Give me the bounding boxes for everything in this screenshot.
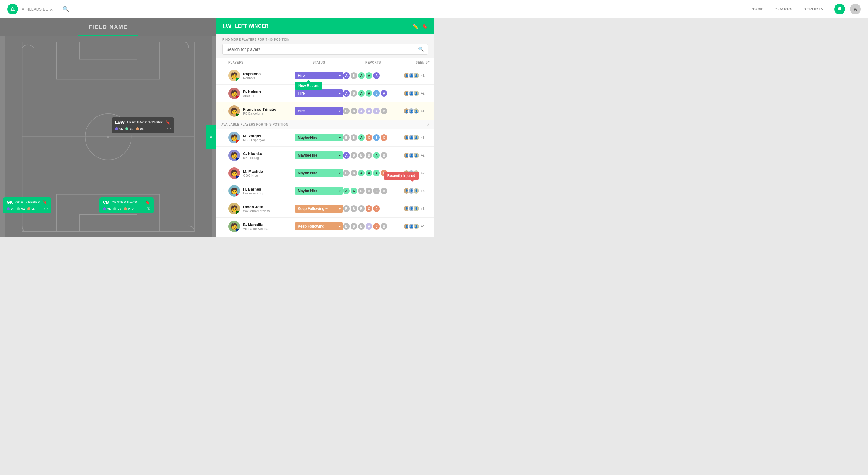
report-badge[interactable]: A [373,72,380,79]
drag-handle[interactable]: ⠿ [221,206,228,211]
report-badge[interactable]: A [358,170,365,176]
report-badge[interactable]: A [358,90,365,97]
report-badge[interactable]: B [350,72,357,79]
drag-handle[interactable]: ⠿ [221,153,228,158]
seen-avatar: 👤 [413,90,420,97]
report-badge[interactable]: C [373,223,380,230]
drag-handle[interactable]: ⠿ [221,189,228,193]
report-badge[interactable]: A [366,108,372,114]
report-badge[interactable]: B [350,170,357,176]
report-badge[interactable]: B [358,223,365,230]
report-badge[interactable]: A [343,72,350,79]
section-collapse-icon[interactable]: ∧ [427,123,430,126]
status-select[interactable]: HireMaybe-HireKeep Following ~ [295,223,343,230]
report-badge[interactable]: B [358,152,365,159]
report-badge[interactable]: C [366,205,372,212]
status-select[interactable]: HireMaybe-HireKeep Following ~ [295,107,343,115]
report-badge[interactable]: B [381,108,387,114]
report-badge[interactable]: B [381,188,387,194]
status-select[interactable]: HireMaybe-HireKeep Following ~ [295,169,343,177]
search-icon[interactable]: 🔍 [62,6,69,12]
report-badge[interactable]: B [350,152,357,159]
report-badge[interactable]: A [373,152,380,159]
player-avatar: 🧑 [228,149,240,161]
report-badge[interactable]: A [366,72,372,79]
report-badge[interactable]: B [373,90,380,97]
search-submit-icon[interactable]: 🔍 [418,46,424,52]
report-badge[interactable]: C [373,205,380,212]
bookmark-icon-lbw[interactable]: 🔖 [165,120,170,125]
position-header-icons: ✏️ 🔖 [412,24,428,29]
info-icon-cb[interactable]: ⓘ [147,206,150,211]
position-card-gk[interactable]: GK GOALKEEPER 🔖 x0 x4 x6 ⓘ [3,198,51,213]
status-select[interactable]: HireMaybe-HireKeep Following ~ [295,151,343,159]
seen-count: +2 [421,154,425,157]
report-badge[interactable]: B [350,90,357,97]
report-badge[interactable]: B [373,188,380,194]
seen-by: 👤 👤 👤 +1 [403,72,434,79]
report-badge[interactable]: A [366,90,372,97]
drag-handle[interactable]: ⠿ [221,109,228,113]
report-badge[interactable]: A [350,188,357,194]
seen-avatar: 👤 [413,188,420,194]
drag-handle[interactable]: ⠿ [221,91,228,95]
status-select[interactable]: HireMaybe-HireKeep Following ~ [295,72,343,79]
report-badge[interactable]: B [366,152,372,159]
report-badge[interactable]: B [366,188,372,194]
status-select[interactable]: HireMaybe-HireKeep Following ~ [295,205,343,212]
report-badge[interactable]: C [366,134,372,141]
status-select[interactable]: HireMaybe-HireKeep Following ~ [295,187,343,195]
drag-handle[interactable]: ⠿ [221,171,228,175]
report-badge[interactable]: A [358,108,365,114]
bookmark-icon-gk[interactable]: 🔖 [42,200,48,205]
edit-icon[interactable]: ✏️ [412,24,418,29]
report-badge[interactable]: B [358,205,365,212]
status-select[interactable]: HireMaybe-HireKeep Following ~ [295,134,343,141]
player-name: M. Vargas [243,134,265,138]
new-report-tooltip[interactable]: New Report [295,82,322,90]
collapse-panel-button[interactable]: » [206,125,216,149]
seen-count: +2 [421,171,425,175]
report-badge[interactable]: B [350,205,357,212]
report-badge[interactable]: A [358,72,365,79]
report-badge[interactable]: A [343,188,350,194]
report-badge[interactable]: A [366,170,372,176]
search-input[interactable] [226,47,415,52]
pos-code-lbw: LBW [115,120,125,125]
report-badge[interactable]: A [358,134,365,141]
position-card-lbw[interactable]: LBW LEFT BACK WINGER 🔖 x5 x2 x8 ⓘ [112,117,174,133]
info-icon-gk[interactable]: ⓘ [44,206,48,211]
player-club: FC Barcelona [243,112,276,115]
report-badge[interactable]: A [343,90,350,97]
report-badge[interactable]: B [358,188,365,194]
report-badge[interactable]: A [343,152,350,159]
status-select[interactable]: HireMaybe-HireKeep Following ~ [295,90,343,97]
dot-orange-cb [124,207,127,210]
report-badge[interactable]: C [381,134,387,141]
report-badge[interactable]: B [343,223,350,230]
report-badge[interactable]: A [373,170,380,176]
player-row: ⠿ 🧑 Raphinha Rennais HireMaybe-HireKeep … [216,67,434,84]
report-badge[interactable]: A [366,223,372,230]
report-badge[interactable]: B [343,108,350,114]
logo-area[interactable]: ATHLEADSBETA [7,4,53,14]
report-badge[interactable]: B [350,108,357,114]
report-badge[interactable]: B [343,205,350,212]
bookmark-icon-cb[interactable]: 🔖 [145,200,150,205]
report-badge[interactable]: B [373,134,380,141]
report-badge[interactable]: A [373,108,380,114]
bookmark-header-icon[interactable]: 🔖 [422,24,428,29]
report-badge[interactable]: B [343,170,350,176]
report-badge[interactable]: B [381,152,387,159]
drag-handle[interactable]: ⠿ [221,73,228,78]
position-card-cb[interactable]: CB CENTER BACK 🔖 x6 x7 x12 ⓘ [99,198,154,213]
report-badge[interactable]: B [381,223,387,230]
info-icon-lbw[interactable]: ⓘ [167,127,170,131]
report-badge[interactable]: B [350,134,357,141]
report-badge[interactable]: B [343,134,350,141]
drag-handle[interactable]: ⠿ [221,224,228,229]
report-badge[interactable]: B [350,223,357,230]
drag-handle[interactable]: ⠿ [221,135,228,140]
report-badge[interactable]: A [381,90,387,97]
count-orange: x8 [140,127,144,131]
